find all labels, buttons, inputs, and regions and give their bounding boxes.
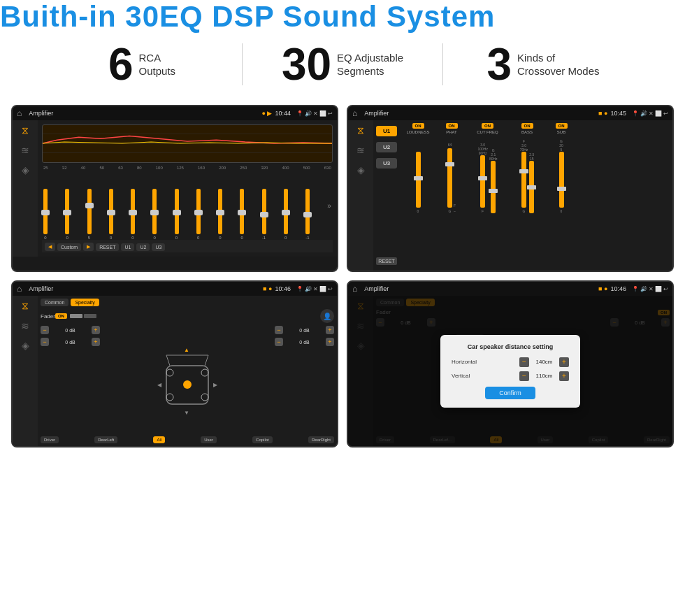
fader-row-4: − 0 dB + — [275, 338, 334, 346]
fader-tab-specialty[interactable]: Specialty — [71, 299, 99, 306]
eq-graph — [42, 124, 333, 163]
eq-slider-1[interactable]: 0 — [43, 189, 48, 240]
cross-presets: U1 U2 U3 RESET — [373, 120, 400, 271]
eq-tuner-icon[interactable]: ⧖ — [22, 124, 29, 136]
fader-all-btn[interactable]: All — [153, 436, 165, 443]
page-header: Buith-in 30EQ DSP Sound System — [0, 0, 685, 34]
dialog-status-icons: 📍🔊✕⬜↩ — [632, 286, 668, 292]
cross-u1-btn[interactable]: U1 — [376, 126, 397, 136]
cross-status-dots: ■ ● — [598, 110, 607, 117]
cross-sub-on[interactable]: ON — [556, 123, 568, 129]
eq-wave-icon[interactable]: ≋ — [21, 145, 29, 156]
cross-loudness-label: LOUDNESS — [406, 130, 429, 134]
speaker-dialog-box: Car speaker distance setting Horizontal … — [440, 335, 580, 408]
fader-body: − 0 dB + − 0 dB + — [41, 326, 334, 434]
fader-minus-1[interactable]: − — [41, 326, 49, 334]
cross-u3-btn[interactable]: U3 — [376, 158, 397, 169]
fader-rearleft-btn[interactable]: RearLeft — [94, 436, 117, 443]
cross-phat-on[interactable]: ON — [446, 123, 458, 129]
eq-u1-btn[interactable]: U1 — [121, 243, 134, 251]
cross-phat-col: ON PHAT 64 G F ~ — [438, 123, 466, 268]
dialog-status-bar: ⌂ Amplifier ■ ● 10:46 📍🔊✕⬜↩ — [348, 282, 672, 296]
eq-slider-12[interactable]: 0 — [284, 189, 288, 240]
cross-sub-col: ON SUB G 20 5 0 — [547, 123, 575, 268]
eq-main-panel: 2532 4050 6380 100125 160200 250320 4005… — [38, 120, 337, 257]
fader-minus-3[interactable]: − — [275, 326, 283, 334]
fader-rearright-btn[interactable]: RearRight — [308, 436, 334, 443]
fader-row-3: − 0 dB + — [275, 326, 334, 334]
fader-speaker-icon[interactable]: ◈ — [22, 340, 29, 351]
home-icon[interactable]: ⌂ — [17, 108, 22, 118]
fader-header: Fader ON 👤 — [41, 309, 334, 323]
cross-bass-on[interactable]: ON — [521, 123, 533, 129]
eq-u2-btn[interactable]: U2 — [136, 243, 150, 251]
fader-plus-4[interactable]: + — [326, 338, 334, 346]
fader-plus-2[interactable]: + — [92, 338, 100, 346]
fader-label: Fader — [41, 313, 55, 320]
cross-speaker-icon[interactable]: ◈ — [357, 164, 365, 176]
svg-point-7 — [166, 369, 173, 376]
fader-minus-4[interactable]: − — [275, 338, 283, 346]
eq-slider-10[interactable]: 0 — [240, 189, 244, 240]
eq-prev-btn[interactable]: ◀ — [45, 243, 55, 251]
eq-custom-btn[interactable]: Custom — [57, 243, 81, 251]
eq-time: 10:44 — [275, 110, 291, 117]
eq-slider-11[interactable]: -1 — [262, 189, 266, 240]
fader-car-diagram: ▲ ▼ ◀ ▶ — [103, 326, 272, 434]
eq-next-btn[interactable]: ▶ — [83, 243, 94, 251]
cross-cutfreq-col: ON CUT FREQ 3.0 100Hz 90Hz F — [468, 123, 507, 268]
cross-cutfreq-on[interactable]: ON — [482, 123, 493, 129]
fader-plus-1[interactable]: + — [92, 326, 100, 334]
svg-line-5 — [205, 355, 208, 366]
cross-left-sidebar: ⧖ ≋ ◈ — [348, 120, 373, 271]
eq-slider-7[interactable]: 0 — [175, 189, 179, 240]
crossover-status-bar: ⌂ Amplifier ■ ● 10:45 📍🔊✕⬜↩ — [348, 106, 672, 120]
confirm-button[interactable]: Confirm — [485, 387, 535, 399]
cross-home-icon[interactable]: ⌂ — [352, 108, 357, 118]
cross-loudness-on[interactable]: ON — [412, 123, 424, 129]
fader-val-4: 0 dB — [285, 340, 324, 345]
cross-sub-label: SUB — [557, 130, 565, 134]
cross-u2-btn[interactable]: U2 — [376, 142, 397, 152]
eq-speaker-icon[interactable]: ◈ — [22, 164, 29, 176]
fader-on-btn[interactable]: ON — [55, 313, 67, 319]
dialog-horizontal-minus[interactable]: − — [519, 357, 529, 367]
fader-driver-btn[interactable]: Driver — [41, 436, 59, 443]
dialog-vertical-minus[interactable]: − — [519, 371, 529, 381]
svg-line-4 — [166, 355, 170, 366]
stat-number-rca: 6 — [108, 42, 134, 87]
dialog-vertical-plus[interactable]: + — [559, 371, 569, 381]
eq-slider-2[interactable]: 0 — [65, 189, 69, 240]
dialog-vertical-controls: − 110cm + — [519, 371, 569, 381]
fader-val-2: 0 dB — [51, 340, 89, 345]
fader-tab-common[interactable]: Common — [41, 299, 68, 306]
dialog-horizontal-plus[interactable]: + — [559, 357, 569, 367]
fader-tuner-icon[interactable]: ⧖ — [22, 300, 29, 312]
fader-screen: ⌂ Amplifier ■ ● 10:46 📍🔊✕⬜↩ ⧖ ≋ ◈ Common… — [11, 280, 338, 447]
eq-reset-btn[interactable]: RESET — [96, 243, 119, 251]
fader-left-sidebar: ⧖ ≋ ◈ — [13, 296, 38, 446]
eq-slider-13[interactable]: -1 — [305, 189, 310, 240]
eq-slider-4[interactable]: 0 — [109, 189, 113, 240]
eq-slider-8[interactable]: 0 — [196, 189, 201, 240]
cross-wave-icon[interactable]: ≋ — [356, 145, 365, 156]
fader-home-icon[interactable]: ⌂ — [17, 284, 22, 294]
eq-u3-btn[interactable]: U3 — [152, 243, 165, 251]
eq-slider-9[interactable]: 0 — [218, 189, 222, 240]
stat-text-eq: EQ AdjustableSegments — [337, 51, 403, 78]
eq-slider-5[interactable]: 0 — [131, 189, 135, 240]
eq-slider-3[interactable]: 5 — [87, 189, 92, 240]
fader-plus-3[interactable]: + — [326, 326, 334, 334]
dialog-home-icon[interactable]: ⌂ — [352, 284, 357, 294]
eq-slider-6[interactable]: 0 — [152, 189, 157, 240]
dialog-vertical-label: Vertical — [452, 373, 470, 379]
fader-copilot-btn[interactable]: Copilot — [252, 436, 273, 443]
cross-reset-btn[interactable]: RESET — [376, 257, 397, 265]
dialog-title: Car speaker distance setting — [452, 343, 569, 350]
eq-app-label: Amplifier — [29, 110, 256, 117]
fader-user-btn[interactable]: User — [201, 436, 217, 443]
eq-sliders: 0 0 5 — [42, 172, 333, 240]
cross-tuner-icon[interactable]: ⧖ — [357, 124, 364, 136]
fader-minus-2[interactable]: − — [41, 338, 49, 346]
fader-wave-icon[interactable]: ≋ — [21, 320, 29, 331]
